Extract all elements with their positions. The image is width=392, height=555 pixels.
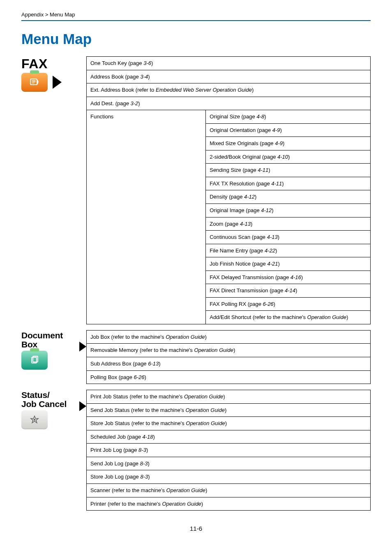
table-row: FAX TX Resolution (page 4-11): [206, 177, 371, 190]
arrow-icon: [79, 342, 86, 352]
table-row: File Name Entry (page 4-22): [206, 244, 371, 257]
breadcrumb-left: Appendix: [21, 12, 44, 18]
document-box-key-icon: [21, 351, 48, 370]
arrow-icon: [79, 401, 86, 411]
table-row: Store Job Log (page 8-3): [87, 470, 371, 484]
status-label-1: Status/: [21, 391, 75, 400]
table-row: Printer (refer to the machine's Operatio…: [87, 497, 371, 511]
breadcrumb: Appendix > Menu Map: [21, 12, 371, 18]
page-title: Menu Map: [21, 31, 371, 47]
table-row: Print Job Log (page 8-3): [87, 444, 371, 457]
table-row: Scanner (refer to the machine's Operatio…: [87, 483, 371, 497]
document-box-table: Job Box (refer to the machine's Operatio…: [86, 330, 371, 384]
fax-table: One Touch Key (page 3-6) Address Book (p…: [86, 56, 371, 324]
table-row: FAX Polling RX (page 6-26): [206, 297, 371, 311]
fax-key-icon: [21, 73, 48, 92]
table-row: Scheduled Job (page 4-18): [87, 430, 371, 444]
table-row: FAX Direct Transmission (page 4-14): [206, 284, 371, 298]
table-row: Ext. Address Book (refer to Embedded Web…: [87, 83, 371, 97]
table-row: Removable Memory (refer to the machine's…: [87, 344, 371, 357]
table-row: Polling Box (page 6-26): [87, 370, 371, 384]
table-row: One Touch Key (page 3-6): [87, 57, 371, 70]
table-row: FAX Delayed Transmission (page 4-16): [206, 271, 371, 284]
table-row: Add Dest. (page 3-2): [87, 97, 371, 110]
table-row: Original Size (page 4-8): [206, 110, 371, 124]
svg-point-4: [34, 419, 35, 421]
status-glyph-icon: [30, 415, 39, 424]
table-row: Original Image (page 4-12): [206, 204, 371, 217]
fax-glyph-icon: [29, 78, 40, 87]
status-key-icon: [21, 410, 48, 429]
table-row: Original Orientation (page 4-9): [206, 123, 371, 137]
fax-label: FAX: [21, 57, 62, 71]
table-row: Continuous Scan (page 4-13): [206, 231, 371, 244]
table-row: Store Job Status (refer to the machine's…: [87, 417, 371, 430]
table-row: Job Box (refer to the machine's Operatio…: [87, 330, 371, 344]
arrow-icon: [53, 76, 62, 89]
header-rule: [21, 20, 371, 21]
status-table: Print Job Status (refer to the machine's…: [86, 390, 371, 511]
table-row: Zoom (page 4-13): [206, 217, 371, 231]
table-row: Density (page 4-12): [206, 190, 371, 204]
table-row: Job Finish Notice (page 4-21): [206, 257, 371, 271]
table-row: Send Job Status (refer to the machine's …: [87, 403, 371, 417]
table-row: Add/Edit Shortcut (refer to the machine'…: [206, 311, 371, 324]
functions-label-cell: Functions: [87, 110, 206, 324]
status-label-2: Job Cancel: [21, 400, 75, 409]
document-box-label-2: Box: [21, 340, 75, 349]
table-row: Mixed Size Originals (page 4-9): [206, 137, 371, 150]
section-fax: FAX One Touch Key (pag: [21, 56, 371, 324]
page-number: 11-6: [0, 525, 392, 532]
section-document-box: Document Box Job Box (refer to the machi…: [21, 330, 371, 384]
breadcrumb-sep: >: [44, 12, 50, 18]
table-row: Sending Size (page 4-11): [206, 164, 371, 177]
table-row: Sub Address Box (page 6-13): [87, 357, 371, 371]
table-row: Send Job Log (page 8-3): [87, 457, 371, 470]
table-row: Address Book (page 3-4): [87, 70, 371, 83]
table-row: Print Job Status (refer to the machine's…: [87, 390, 371, 404]
document-box-label-1: Document: [21, 331, 75, 340]
breadcrumb-right: Menu Map: [50, 12, 75, 18]
document-box-glyph-icon: [29, 356, 40, 365]
section-status-job-cancel: Status/ Job Cancel Print Job Status (ref…: [21, 390, 371, 511]
table-row: 2-sided/Book Original (page 4-10): [206, 150, 371, 164]
